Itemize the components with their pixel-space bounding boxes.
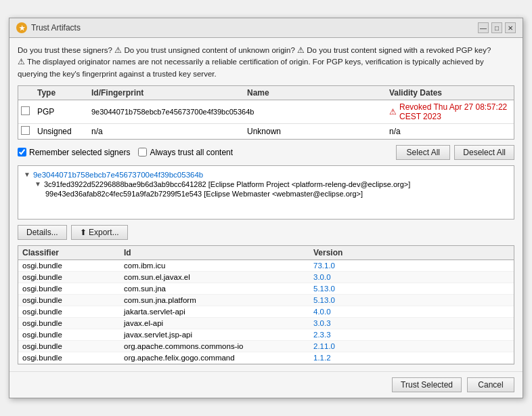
remember-signers-text: Remember selected signers xyxy=(29,148,130,157)
col-checkbox xyxy=(21,88,37,98)
col-validity: Validity Dates xyxy=(389,88,511,98)
dt-classifier: osgi.bundle xyxy=(22,262,124,270)
tree-root: ▼ 9e3044071b758ebcb7e45673700e4f39bc0536… xyxy=(24,170,508,180)
dt-id: javax.servlet.jsp-api xyxy=(124,331,313,339)
dt-classifier: osgi.bundle xyxy=(22,273,124,281)
dt-scrollbar-header xyxy=(499,248,510,257)
cancel-button[interactable]: Cancel xyxy=(467,377,514,392)
tree-child1-container: ▼ 3c91fed3922d52296888bae9b6d3ab9bcc6412… xyxy=(24,180,508,189)
tree-root-label[interactable]: 9e3044071b758ebcb7e45673700e4f39bc05364b xyxy=(33,171,203,179)
options-left: Remember selected signers Always trust a… xyxy=(18,148,233,157)
warning-line3: querying the key's fingerprint against a… xyxy=(18,70,217,78)
row2-checkbox[interactable] xyxy=(21,126,37,137)
dt-version: 4.0.0 xyxy=(313,308,510,316)
always-trust-checkbox[interactable] xyxy=(138,148,147,157)
dt-id: javax.el-api xyxy=(124,319,313,327)
tree-toggle-child1[interactable]: ▼ xyxy=(35,180,41,188)
table-row: osgi.bundle org.apache.commons.commons-i… xyxy=(18,341,514,352)
dialog-footer: Trust Selected Cancel xyxy=(9,371,523,398)
signers-table: Type Id/Fingerprint Name Validity Dates … xyxy=(18,85,514,140)
col-id: Id/Fingerprint xyxy=(91,88,247,98)
dt-classifier: osgi.bundle xyxy=(22,285,124,293)
table-row: osgi.bundle com.sun.el.javax.el 3.0.0 xyxy=(18,272,514,283)
row2-validity: n/a xyxy=(389,127,511,136)
dt-id: com.sun.jna xyxy=(124,285,313,293)
dt-classifier: osgi.bundle xyxy=(22,354,124,362)
trust-selected-button[interactable]: Trust Selected xyxy=(392,377,462,392)
row1-checkbox[interactable] xyxy=(21,106,37,117)
dt-col-id: Id xyxy=(124,248,313,257)
titlebar: ★ Trust Artifacts — □ ✕ xyxy=(9,18,523,38)
minimize-button[interactable]: — xyxy=(478,22,489,33)
row1-type: PGP xyxy=(37,107,91,117)
dt-id: com.ibm.icu xyxy=(124,262,313,270)
action-buttons-row: Details... ⬆ Export... xyxy=(18,225,514,240)
tree-child2-container: 99e43ed36afab82c4fec591a9fa2b7299f51e543… xyxy=(24,189,508,199)
row1-id: 9e3044071b758ebcb7e45673700e4f39bc05364b xyxy=(91,108,247,116)
titlebar-left: ★ Trust Artifacts xyxy=(16,22,81,33)
dt-id: com.sun.jna.platform xyxy=(124,296,313,304)
always-trust-text: Always trust all content xyxy=(150,148,233,157)
col-name: Name xyxy=(247,88,389,98)
select-buttons: Select All Deselect All xyxy=(396,145,514,160)
warning-section: Do you trust these signers? ⚠ Do you tru… xyxy=(18,45,514,80)
warning-line2: ⚠ The displayed originator names are not… xyxy=(18,58,484,66)
trust-artifacts-dialog: ★ Trust Artifacts — □ ✕ Do you trust the… xyxy=(9,18,523,398)
dt-col-classifier: Classifier xyxy=(22,248,124,257)
dt-version: 3.0.3 xyxy=(313,319,510,327)
dt-version: 2.3.3 xyxy=(313,331,510,339)
dt-version: 5.13.0 xyxy=(313,296,510,304)
tree-toggle-root[interactable]: ▼ xyxy=(24,171,30,178)
tree-child1-label: 3c91fed3922d52296888bae9b6d3ab9bcc641282… xyxy=(44,180,410,188)
export-button[interactable]: ⬆ Export... xyxy=(71,225,128,240)
row2-type: Unsigned xyxy=(37,127,91,136)
dt-version: 3.0.0 xyxy=(313,273,510,281)
details-button[interactable]: Details... xyxy=(18,225,67,240)
col-type: Type xyxy=(37,88,91,98)
artifacts-table: Classifier Id Version osgi.bundle com.ib… xyxy=(18,245,514,365)
dt-id: com.sun.el.javax.el xyxy=(124,273,313,281)
dt-col-version: Version xyxy=(313,248,499,257)
table-row: osgi.bundle com.sun.jna 5.13.0 xyxy=(18,283,514,295)
dt-version: 1.1.2 xyxy=(313,354,510,362)
table-row: osgi.bundle jakarta.servlet-api 4.0.0 xyxy=(18,306,514,318)
data-table-body[interactable]: osgi.bundle com.ibm.icu 73.1.0 osgi.bund… xyxy=(18,260,514,364)
row1-validity: ⚠ Revoked Thu Apr 27 08:57:22 CEST 2023 xyxy=(389,102,511,121)
dt-id: jakarta.servlet-api xyxy=(124,308,313,316)
revoked-text: Revoked Thu Apr 27 08:57:22 CEST 2023 xyxy=(399,102,511,121)
dialog-icon: ★ xyxy=(16,22,27,33)
data-table-header: Classifier Id Version xyxy=(18,246,514,260)
remember-signers-checkbox[interactable] xyxy=(18,148,26,157)
table-row: PGP 9e3044071b758ebcb7e45673700e4f39bc05… xyxy=(18,100,514,124)
remember-signers-label[interactable]: Remember selected signers xyxy=(18,148,130,157)
table-row: osgi.bundle org.apache.felix.gogo.comman… xyxy=(18,352,514,364)
close-button[interactable]: ✕ xyxy=(505,22,516,33)
titlebar-controls: — □ ✕ xyxy=(478,22,516,33)
dt-classifier: osgi.bundle xyxy=(22,296,124,304)
row2-id: n/a xyxy=(91,127,247,136)
row2-name: Unknown xyxy=(247,127,389,136)
table-row: osgi.bundle javax.servlet.jsp-api 2.3.3 xyxy=(18,329,514,341)
revoked-warning-icon: ⚠ xyxy=(389,107,397,117)
tree-child2-label: 99e43ed36afab82c4fec591a9fa2b7299f51e543… xyxy=(45,190,363,198)
dt-id: org.apache.commons.commons-io xyxy=(124,342,313,350)
warning-line1: Do you trust these signers? ⚠ Do you tru… xyxy=(18,46,491,54)
dt-classifier: osgi.bundle xyxy=(22,331,124,339)
table-row: Unsigned n/a Unknown n/a xyxy=(18,124,514,139)
dt-id: org.apache.felix.gogo.command xyxy=(124,354,313,362)
dialog-content: Do you trust these signers? ⚠ Do you tru… xyxy=(9,38,523,371)
table-row: osgi.bundle com.sun.jna.platform 5.13.0 xyxy=(18,295,514,306)
options-row: Remember selected signers Always trust a… xyxy=(18,145,514,160)
deselect-all-button[interactable]: Deselect All xyxy=(454,145,514,160)
dt-version: 73.1.0 xyxy=(313,262,510,270)
dt-classifier: osgi.bundle xyxy=(22,308,124,316)
dt-version: 5.13.0 xyxy=(313,285,510,293)
tree-section: ▼ 9e3044071b758ebcb7e45673700e4f39bc0536… xyxy=(18,165,514,220)
table-header: Type Id/Fingerprint Name Validity Dates xyxy=(18,86,514,100)
select-all-button[interactable]: Select All xyxy=(396,145,450,160)
dialog-title: Trust Artifacts xyxy=(31,23,81,33)
maximize-button[interactable]: □ xyxy=(491,22,502,33)
always-trust-label[interactable]: Always trust all content xyxy=(138,148,233,157)
dt-classifier: osgi.bundle xyxy=(22,319,124,327)
dt-version: 2.11.0 xyxy=(313,342,510,350)
